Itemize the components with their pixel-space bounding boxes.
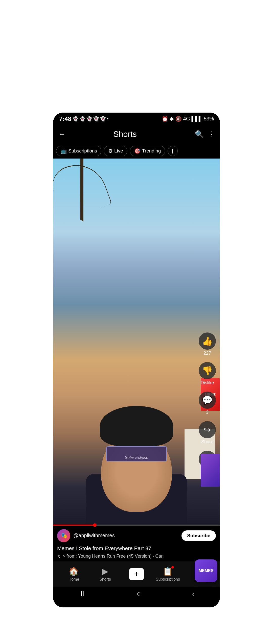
filter-live[interactable]: ⚙ Live	[104, 146, 127, 156]
outer-background: 7:48 👻 👻 👻 👻 👻 • ⏰ ✱ 🔇 4G ▌▌▌ 53% ← Shor…	[0, 0, 273, 644]
signal-icon: ▌▌▌	[191, 116, 202, 122]
action-buttons: 👍 227 👎 Dislike 💬 3 ↪ Share ⚡ Remix	[199, 332, 216, 474]
subscribe-button[interactable]: Subscribe	[181, 530, 216, 541]
nav-home[interactable]: 🏠 Home	[58, 566, 89, 582]
channel-avatar[interactable]: 🎭	[57, 529, 70, 542]
video-info-bar: 🎭 @appllwithmemes Subscribe Memes I Stol…	[53, 526, 220, 561]
music-row[interactable]: ♫ > from: Young Hearts Run Free (45 Vers…	[57, 554, 216, 559]
battery-icon: 53%	[204, 116, 214, 122]
share-icon: ↪	[199, 421, 216, 438]
like-icon: 👍	[199, 332, 216, 350]
filter-trending[interactable]: 🎯 Trending	[130, 146, 165, 156]
dislike-label: Dislike	[200, 380, 214, 385]
progress-fill	[53, 525, 95, 526]
more-chips-label: [	[172, 148, 173, 154]
nav-shorts[interactable]: ▶ Shorts	[89, 566, 121, 582]
filter-more[interactable]: [	[168, 146, 177, 156]
video-title: Memes I Stole from Everywhere Part 87	[57, 545, 216, 552]
nav-create[interactable]: +	[121, 568, 152, 580]
filter-subscriptions[interactable]: 📺 Subscriptions	[56, 146, 101, 156]
create-button[interactable]: +	[129, 568, 144, 580]
share-label: Share	[201, 439, 213, 445]
status-left: 7:48 👻 👻 👻 👻 👻 •	[59, 115, 108, 122]
more-button[interactable]: ⋮	[208, 130, 215, 138]
status-right: ⏰ ✱ 🔇 4G ▌▌▌ 53%	[162, 116, 214, 122]
system-nav-bar: ⏸ ○ ‹	[53, 587, 220, 601]
video-container[interactable]: Solar Eclipse MEME 👍 227 👎 Dislike 💬 3	[53, 159, 220, 525]
trending-icon: 🎯	[134, 148, 141, 154]
dislike-icon: 👎	[199, 362, 216, 379]
comment-button[interactable]: 💬 3	[199, 392, 216, 415]
live-icon: ⚙	[108, 148, 113, 154]
glasses-text: Solar Eclipse	[125, 455, 148, 460]
alarm-icon: ⏰	[162, 116, 168, 122]
video-background: Solar Eclipse	[53, 159, 220, 525]
back-button[interactable]: ←	[58, 130, 65, 138]
search-button[interactable]: 🔍	[195, 130, 204, 138]
trending-label: Trending	[142, 148, 161, 154]
sys-pause-icon[interactable]: ⏸	[79, 589, 86, 598]
music-icon: ♫	[57, 554, 61, 559]
like-button[interactable]: 👍 227	[199, 332, 216, 356]
top-nav: ← Shorts 🔍 ⋮	[53, 125, 220, 143]
sys-home-icon[interactable]: ○	[137, 590, 141, 598]
memes-badge-label: MEMES	[199, 569, 214, 573]
home-nav-icon: 🏠	[69, 566, 79, 576]
channel-handle[interactable]: @appllwithmemes	[73, 533, 178, 538]
memes-badge[interactable]: MEMES	[195, 559, 217, 582]
share-button[interactable]: ↪ Share	[199, 421, 216, 445]
filter-bar: 📺 Subscriptions ⚙ Live 🎯 Trending [	[53, 143, 220, 159]
page-title: Shorts	[69, 130, 181, 139]
mute-icon: 🔇	[175, 116, 182, 122]
status-icons: 👻 👻 👻 👻 👻 •	[73, 116, 108, 122]
shorts-nav-label: Shorts	[99, 577, 111, 582]
sys-back-icon[interactable]: ‹	[192, 590, 194, 598]
progress-indicator	[93, 523, 97, 527]
status-bar: 7:48 👻 👻 👻 👻 👻 • ⏰ ✱ 🔇 4G ▌▌▌ 53%	[53, 113, 220, 125]
home-nav-label: Home	[69, 577, 79, 582]
shorts-nav-icon: ▶	[102, 566, 108, 576]
music-text: > from: Young Hearts Run Free (45 Versio…	[63, 554, 164, 559]
channel-row: 🎭 @appllwithmemes Subscribe	[57, 529, 216, 542]
next-video-thumbnail-bottom[interactable]	[201, 454, 220, 487]
comment-count: 3	[206, 410, 209, 415]
dislike-button[interactable]: 👎 Dislike	[199, 362, 216, 385]
network-icon: 4G	[183, 116, 190, 122]
like-count: 227	[203, 351, 211, 356]
status-time: 7:48	[59, 115, 71, 122]
subscriptions-label: Subscriptions	[68, 148, 97, 154]
bluetooth-icon: ✱	[170, 116, 174, 122]
nav-subscriptions[interactable]: 📋 Subscriptions	[152, 566, 184, 582]
subscriptions-icon: 📺	[60, 148, 67, 154]
person-hair	[100, 406, 173, 446]
comment-icon: 💬	[199, 392, 216, 409]
subscriptions-nav-icon: 📋	[163, 566, 173, 576]
live-label: Live	[114, 148, 123, 154]
create-icon: +	[134, 569, 139, 579]
video-progress-bar[interactable]	[53, 525, 220, 526]
notification-dot	[171, 566, 174, 569]
subscriptions-nav-label: Subscriptions	[156, 577, 180, 582]
phone-frame: 7:48 👻 👻 👻 👻 👻 • ⏰ ✱ 🔇 4G ▌▌▌ 53% ← Shor…	[53, 113, 220, 607]
